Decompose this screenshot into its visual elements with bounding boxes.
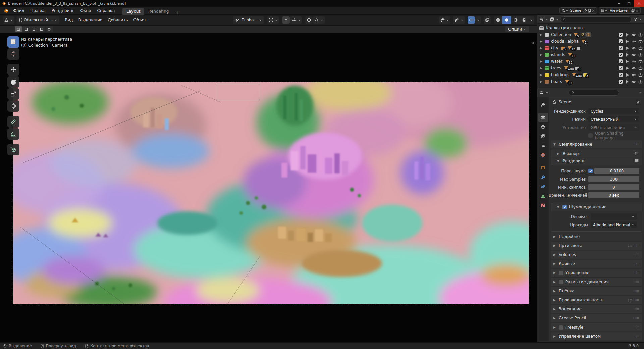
selectable-icon[interactable]	[625, 46, 629, 50]
simplify-checkbox[interactable]	[559, 271, 563, 275]
render-camera-icon[interactable]	[638, 53, 643, 57]
shading-dropdown[interactable]	[530, 19, 533, 22]
preset-list-icon[interactable]	[635, 158, 639, 163]
overlays-dropdown[interactable]	[475, 16, 481, 24]
chevron-down-icon[interactable]	[545, 91, 548, 94]
transform-orientation-dropdown[interactable]: Глоба...	[233, 16, 264, 24]
maximize-button[interactable]: □	[624, 0, 634, 7]
select-mode-intersect[interactable]	[46, 26, 53, 32]
drag-handle-icon[interactable]: ∷∷	[635, 298, 639, 302]
noise-threshold-field[interactable]: 0.0100	[594, 168, 639, 174]
xray-toggle[interactable]	[484, 16, 491, 24]
section-freestyle[interactable]: ▶ Freestyle ∷∷	[551, 323, 642, 331]
new-viewlayer-icon[interactable]	[631, 9, 635, 13]
section-volumes[interactable]: ▶Volumes ∷∷	[551, 251, 642, 259]
tool-transform[interactable]	[7, 100, 19, 112]
drag-handle-icon[interactable]: ∷∷	[635, 262, 639, 265]
drag-handle-icon[interactable]: ∷∷	[635, 253, 639, 256]
render-camera-icon[interactable]	[638, 46, 643, 50]
section-simplify[interactable]: ▶ Упрощение ∷∷	[551, 269, 642, 277]
menu-select[interactable]: Выделение	[76, 18, 105, 22]
expand-arrow-icon[interactable]: ▶	[540, 46, 545, 50]
hide-eye-icon[interactable]	[632, 53, 636, 57]
outliner-row-water[interactable]: ▶ water 32	[537, 58, 644, 65]
chevron-down-icon[interactable]	[605, 9, 608, 12]
expand-arrow-icon[interactable]: ▶	[540, 40, 545, 43]
outliner-row-boats[interactable]: ▶ boats 23	[537, 78, 644, 85]
tab-texture[interactable]	[538, 201, 548, 210]
passes-dropdown[interactable]: Albedo and Normal	[591, 221, 637, 228]
viewport-canvas[interactable]: Из камеры перспектива (0) Collection | C…	[0, 33, 537, 342]
display-mode-icon[interactable]	[550, 17, 554, 22]
outliner-row-collection[interactable]: ▶ Collection 5	[537, 31, 644, 38]
section-bake[interactable]: ▶Запекание ∷∷	[551, 305, 642, 313]
gizmos-dropdown[interactable]	[453, 16, 465, 24]
blender-menu-icon[interactable]	[3, 8, 9, 13]
tool-annotate[interactable]	[7, 116, 19, 128]
preset-list-icon[interactable]	[635, 151, 639, 155]
selectable-icon[interactable]	[625, 33, 629, 37]
overlays-toggle[interactable]	[468, 16, 475, 24]
render-camera-icon[interactable]	[638, 80, 643, 84]
collection-checkbox[interactable]	[619, 59, 623, 63]
menu-edit[interactable]: Правка	[27, 7, 49, 15]
hide-eye-icon[interactable]	[632, 66, 636, 70]
tab-world[interactable]	[538, 151, 548, 159]
tool-rotate[interactable]	[7, 76, 19, 88]
section-performance[interactable]: ▶Производительность ∷∷	[551, 296, 642, 304]
workspace-tab-layout[interactable]: Layout	[122, 8, 144, 15]
tab-physics[interactable]	[538, 182, 548, 191]
properties-search[interactable]	[569, 90, 619, 96]
menu-help[interactable]: Справка	[94, 7, 118, 15]
close-button[interactable]: ✕	[634, 0, 644, 7]
chevron-down-icon[interactable]	[556, 18, 559, 21]
outliner-search[interactable]	[560, 16, 632, 22]
selectable-icon[interactable]	[625, 53, 629, 57]
proportional-editing-toggle[interactable]	[305, 16, 313, 24]
drag-handle-icon[interactable]: ∷∷	[635, 289, 639, 293]
collection-checkbox[interactable]	[619, 39, 623, 43]
minimize-button[interactable]: ─	[614, 0, 624, 7]
delete-viewlayer-icon[interactable]	[635, 9, 639, 13]
menu-object[interactable]: Объект	[131, 18, 152, 22]
collection-checkbox[interactable]	[619, 66, 623, 70]
delete-scene-icon[interactable]	[591, 9, 595, 13]
section-grease-pencil[interactable]: ▶Grease Pencil ∷∷	[551, 314, 642, 322]
drag-handle-icon[interactable]: ∷∷	[635, 143, 639, 146]
tool-scale[interactable]	[7, 88, 19, 100]
collection-checkbox[interactable]	[619, 73, 623, 77]
select-mode-set[interactable]	[15, 26, 22, 32]
menu-window[interactable]: Окно	[77, 7, 94, 15]
section-color-management[interactable]: ▶Управление цветом ∷∷	[551, 332, 642, 340]
section-curves[interactable]: ▶Кривые ∷∷	[551, 260, 642, 268]
object-visibility-dropdown[interactable]	[439, 16, 450, 24]
tab-output[interactable]	[538, 122, 548, 131]
drag-handle-icon[interactable]: ∷∷	[635, 244, 639, 247]
section-sampling[interactable]: ▼ Сэмплирование ∷∷	[551, 140, 642, 148]
properties-editor-icon[interactable]	[539, 90, 544, 95]
collection-checkbox[interactable]	[619, 80, 623, 84]
section-motion-blur[interactable]: ▶ Размытие движения ∷∷	[551, 278, 642, 286]
tool-measure[interactable]	[7, 128, 19, 140]
menu-render[interactable]: Рендеринг	[49, 7, 77, 15]
hide-eye-icon[interactable]	[632, 46, 636, 50]
drag-handle-icon[interactable]: ∷∷	[635, 271, 639, 275]
osl-checkbox[interactable]	[588, 133, 593, 138]
drag-handle-icon[interactable]: ∷∷	[635, 335, 639, 338]
hide-eye-icon[interactable]	[632, 33, 636, 37]
subsection-render[interactable]: ▼ Рендеринг	[551, 157, 642, 165]
snap-toggle[interactable]	[282, 16, 290, 24]
selectable-icon[interactable]	[625, 73, 629, 77]
pin-icon[interactable]	[637, 100, 641, 104]
outliner-row-islands[interactable]: ▶ islands 11	[537, 51, 644, 58]
shading-wireframe-button[interactable]	[494, 16, 502, 24]
expand-arrow-icon[interactable]: ▶	[540, 80, 545, 83]
render-camera-icon[interactable]	[638, 73, 643, 77]
expand-arrow-icon[interactable]: ▶	[540, 73, 545, 77]
denoise-checkbox[interactable]	[562, 205, 567, 209]
viewlayer-name[interactable]: ViewLayer	[608, 8, 631, 13]
mode-dropdown[interactable]: Объектный ...	[16, 16, 59, 24]
expand-arrow-icon[interactable]: ▶	[540, 33, 545, 36]
chevron-down-icon[interactable]	[639, 18, 642, 21]
drag-handle-icon[interactable]: ∷∷	[635, 307, 639, 311]
